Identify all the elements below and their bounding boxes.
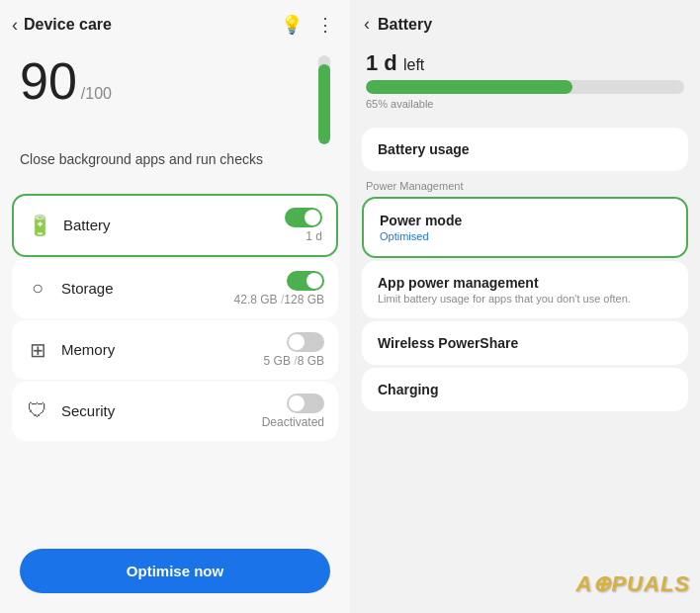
wireless-powershare-title: Wireless PowerShare — [378, 335, 672, 351]
battery-icon: 🔋 — [28, 214, 51, 237]
score-bar — [318, 55, 330, 144]
security-icon: 🛡 — [26, 399, 49, 422]
battery-toggle[interactable] — [285, 208, 322, 227]
memory-toggle[interactable] — [287, 332, 324, 352]
back-arrow-icon[interactable]: ‹ — [12, 15, 18, 36]
bulb-icon[interactable]: 💡 — [281, 14, 303, 36]
power-management-label: Power Management — [362, 174, 688, 194]
left-header: ‹ Device care 💡 ⋮ — [0, 0, 350, 45]
score-description: Close background apps and run checks — [0, 150, 350, 184]
storage-values: 42.8 GB /128 GB — [234, 293, 324, 306]
right-back-arrow-icon[interactable]: ‹ — [364, 14, 370, 35]
battery-usage-title: Battery usage — [378, 141, 672, 157]
wireless-powershare-card[interactable]: Wireless PowerShare — [362, 321, 688, 365]
storage-label: Storage — [61, 280, 222, 297]
right-panel: ‹ Battery 1 d left 65% available Battery… — [350, 0, 700, 419]
right-panel-wrap: ‹ Battery 1 d left 65% available Battery… — [350, 0, 700, 613]
battery-right: 1 d — [285, 208, 322, 243]
battery-days: 1 d — [366, 50, 397, 75]
optimise-button[interactable]: Optimise now — [20, 549, 330, 593]
score-number: 90 — [20, 55, 77, 107]
power-mode-subtitle: Optimised — [380, 230, 670, 242]
score-text: 90 /100 — [20, 55, 112, 107]
charging-card[interactable]: Charging — [362, 368, 688, 411]
left-panel: ‹ Device care 💡 ⋮ 90 /100 Close backgrou… — [0, 0, 350, 613]
header-icons: 💡 ⋮ — [281, 14, 334, 36]
security-toggle[interactable] — [287, 394, 324, 413]
battery-usage-card[interactable]: Battery usage — [362, 128, 688, 171]
battery-progress-background — [366, 80, 684, 94]
storage-right: 42.8 GB /128 GB — [234, 271, 324, 306]
app-power-title: App power management — [378, 275, 672, 291]
memory-item[interactable]: ⊞ Memory 5 GB /8 GB — [12, 320, 338, 380]
right-battery-title: Battery — [378, 16, 432, 34]
security-item[interactable]: 🛡 Security Deactivated — [12, 382, 338, 441]
right-header: ‹ Battery — [350, 0, 700, 44]
memory-toggle-thumb — [289, 334, 305, 350]
score-section: 90 /100 — [0, 45, 350, 150]
security-right: Deactivated — [262, 394, 324, 429]
battery-left-label: left — [403, 56, 424, 73]
vertical-bar-fill — [318, 64, 330, 144]
security-toggle-thumb — [289, 395, 305, 411]
battery-available-text: 65% available — [366, 98, 684, 110]
app-power-management-card[interactable]: App power management Limit battery usage… — [362, 261, 688, 318]
memory-right: 5 GB /8 GB — [264, 332, 324, 368]
app-power-subtitle: Limit battery usage for apps that you do… — [378, 293, 672, 305]
storage-toggle[interactable] — [287, 271, 324, 291]
power-mode-title: Power mode — [380, 213, 670, 228]
charging-title: Charging — [378, 382, 672, 397]
memory-label: Memory — [61, 341, 252, 358]
more-options-icon[interactable]: ⋮ — [316, 14, 334, 36]
battery-value: 1 d — [306, 229, 322, 243]
vertical-bar-background — [318, 55, 330, 144]
storage-toggle-thumb — [306, 273, 322, 289]
power-mode-card[interactable]: Power mode Optimised — [362, 197, 688, 258]
security-label: Security — [61, 402, 250, 419]
battery-info: 1 d left 65% available — [350, 44, 700, 120]
right-sections: Battery usage Power Management Power mod… — [350, 120, 700, 419]
memory-icon: ⊞ — [26, 338, 49, 362]
score-content: 90 /100 — [20, 55, 112, 107]
optimise-button-wrap: Optimise now — [0, 539, 350, 613]
device-care-title: Device care — [24, 16, 112, 34]
storage-icon: ○ — [26, 277, 49, 300]
left-header-left: ‹ Device care — [12, 15, 112, 36]
battery-item[interactable]: 🔋 Battery 1 d — [12, 194, 338, 257]
battery-label: Battery — [63, 217, 273, 233]
battery-toggle-thumb — [305, 210, 320, 225]
score-total: /100 — [81, 85, 112, 103]
battery-progress-fill — [366, 80, 572, 94]
memory-values: 5 GB /8 GB — [264, 354, 324, 368]
security-value: Deactivated — [262, 415, 324, 429]
watermark: A⊕PUALS — [576, 571, 690, 597]
device-list: 🔋 Battery 1 d ○ Storage 42.8 GB /128 GB — [0, 184, 350, 539]
storage-item[interactable]: ○ Storage 42.8 GB /128 GB — [12, 259, 338, 318]
battery-time-display: 1 d left — [366, 50, 684, 76]
